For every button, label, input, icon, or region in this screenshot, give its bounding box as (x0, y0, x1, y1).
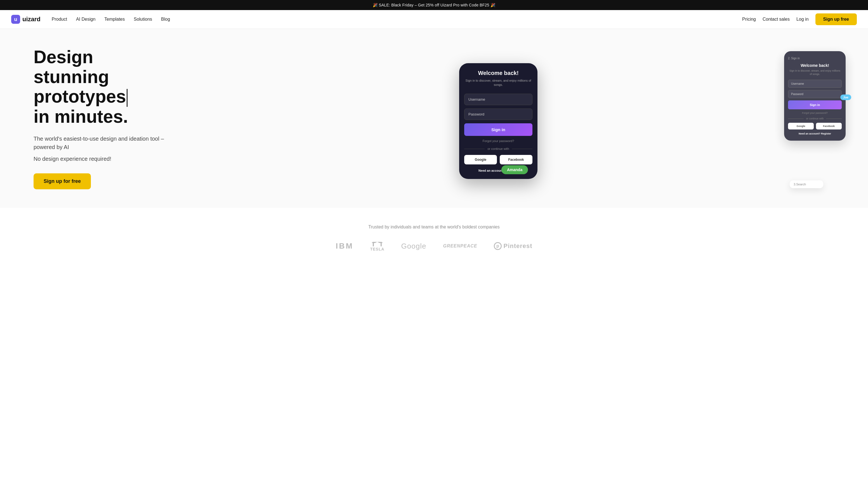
nav-contact-sales[interactable]: Contact sales (762, 17, 790, 22)
secondary-phone-mockup: 2. Sign in Welcome back! Sign in to disc… (784, 51, 846, 141)
logo[interactable]: u uizard (11, 15, 40, 24)
tesla-text: TESLA (370, 247, 384, 251)
secondary-signin-button: Sign in (788, 100, 842, 109)
top-banner: 🎉 SALE: Black Friday – Get 25% off Uizar… (0, 0, 868, 10)
google-logo: Google (401, 242, 427, 251)
phone-password-field: Password (464, 109, 532, 120)
logo-icon: u (11, 15, 20, 24)
logo-text: uizard (22, 16, 40, 23)
hero-signup-button[interactable]: Sign up for free (34, 173, 91, 189)
primary-phone-mockup: Welcome back! Sign in to discover, strea… (459, 63, 538, 179)
amanda-badge: Amanda (501, 165, 528, 174)
company-logos: IBM TESLA Google GREENPEACE p Pinterest (11, 241, 857, 251)
nav-blog[interactable]: Blog (161, 17, 170, 22)
secondary-forgot: Forgot your password? (788, 112, 842, 114)
nav-signup-button[interactable]: Sign up free (815, 13, 857, 25)
hero-no-exp: No design experience required! (34, 156, 168, 162)
nav-solutions[interactable]: Solutions (134, 17, 152, 22)
secondary-google-button: Google (788, 123, 814, 129)
phone-welcome: Welcome back! (464, 70, 532, 76)
phone-register-text: Need an account? (479, 169, 505, 172)
ibm-logo: IBM (336, 241, 353, 251)
text-cursor (127, 89, 127, 107)
phone-signin-button: Sign in (464, 123, 532, 136)
secondary-subtitle: Sign in to discover, stream, and enjoy m… (788, 69, 842, 76)
phone-divider: or continue with (464, 147, 532, 150)
greenpeace-logo: GREENPEACE (443, 243, 477, 249)
tesla-logo: TESLA (370, 241, 384, 251)
nav-templates[interactable]: Templates (104, 17, 125, 22)
secondary-social-buttons: Google Facebook (788, 123, 842, 129)
secondary-facebook-button: Facebook (816, 123, 842, 129)
divider-line-left (464, 149, 485, 149)
search-label: 3.Search (793, 182, 806, 186)
hero-title-line3: in minutes. (34, 107, 128, 127)
secondary-username-input: Username (788, 80, 842, 88)
secondary-register: Need an account? Register (788, 132, 842, 135)
hero-left: Design stunning prototypes in minutes. T… (34, 47, 168, 189)
secondary-welcome: Welcome back! (788, 63, 842, 68)
navbar: u uizard Product AI Design Templates Sol… (0, 10, 868, 29)
search-mockup: 3.Search (790, 180, 823, 188)
tesla-icon (372, 241, 383, 246)
login-button[interactable]: Log in (797, 17, 809, 22)
hero-title-line2: prototypes (34, 86, 126, 107)
nav-ai-design[interactable]: AI Design (76, 17, 95, 22)
phone-facebook-button: Facebook (500, 155, 532, 165)
banner-text: 🎉 SALE: Black Friday – Get 25% off Uizar… (373, 3, 495, 7)
divider-line-right (512, 149, 532, 149)
nav-right: Pricing Contact sales Log in Sign up fre… (742, 13, 857, 25)
nav-product[interactable]: Product (52, 17, 67, 22)
hero-title-line1: Design stunning (34, 47, 109, 87)
secondary-register-link: Register (821, 132, 831, 135)
phone-social-buttons: Google Facebook (464, 155, 532, 165)
phone-subtitle: Sign in to discover, stream, and enjoy m… (464, 79, 532, 87)
or-text: or continue with (806, 117, 823, 120)
hero-title: Design stunning prototypes in minutes. (34, 47, 168, 126)
hero-section: Design stunning prototypes in minutes. T… (0, 29, 868, 208)
hero-description: The world's easiest-to-use design and id… (34, 135, 168, 151)
secondary-label: 2. Sign in (788, 57, 842, 60)
secondary-register-text: Need an account? (799, 132, 820, 135)
pinterest-text: Pinterest (503, 242, 532, 250)
secondary-password-input: Password (788, 90, 842, 98)
joe-badge: Joe (840, 94, 851, 100)
trusted-section: Trusted by individuals and teams at the … (0, 208, 868, 263)
phone-username-field: Username (464, 94, 532, 105)
nav-pricing[interactable]: Pricing (742, 17, 756, 22)
secondary-or: or continue with (788, 117, 842, 120)
divider-text: or continue with (487, 147, 509, 150)
trusted-title: Trusted by individuals and teams at the … (11, 225, 857, 230)
pinterest-icon: p (494, 242, 502, 250)
pinterest-logo: p Pinterest (494, 242, 532, 250)
phone-screen: Welcome back! Sign in to discover, strea… (464, 70, 532, 173)
phone-google-button: Google (464, 155, 497, 165)
nav-links: Product AI Design Templates Solutions Bl… (52, 17, 742, 22)
hero-right: 2. Sign in Welcome back! Sign in to disc… (168, 46, 846, 191)
phone-forgot: Forgot your password? (464, 139, 532, 143)
